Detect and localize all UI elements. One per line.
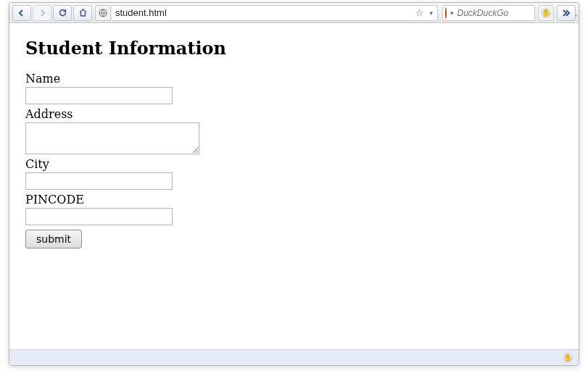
- browser-toolbar: ☆ ▾ ▾ ✋: [9, 3, 579, 23]
- pincode-label: PINCODE: [25, 193, 570, 206]
- name-input[interactable]: [25, 87, 173, 104]
- bookmark-star-icon[interactable]: ☆: [414, 7, 426, 18]
- arrow-right-icon: [38, 9, 46, 17]
- arrow-left-icon: [17, 9, 26, 17]
- url-input[interactable]: [115, 7, 411, 18]
- globe-icon: [99, 9, 107, 17]
- statusbar-addon-icon[interactable]: ✋: [563, 353, 573, 363]
- reload-icon: [58, 8, 67, 17]
- address-textarea[interactable]: [25, 122, 199, 154]
- search-engine-dropdown-icon[interactable]: ▾: [449, 9, 455, 17]
- address-label: Address: [25, 107, 570, 121]
- browser-window: ☆ ▾ ▾ ✋ Student Information Name Address…: [9, 2, 579, 366]
- home-icon: [78, 8, 88, 17]
- page-heading: Student Information: [25, 38, 570, 59]
- city-input[interactable]: [25, 172, 173, 190]
- url-bar[interactable]: ☆ ▾: [112, 5, 438, 21]
- back-button[interactable]: [12, 5, 31, 21]
- chevrons-right-icon: [561, 9, 571, 17]
- submit-button[interactable]: submit: [25, 230, 82, 248]
- reload-button[interactable]: [53, 5, 72, 21]
- name-label: Name: [25, 72, 570, 85]
- forward-button[interactable]: [33, 5, 51, 21]
- home-button[interactable]: [73, 5, 92, 21]
- hand-icon: ✋: [541, 8, 551, 18]
- search-bar[interactable]: ▾: [442, 5, 535, 21]
- city-label: City: [25, 157, 570, 171]
- overflow-button[interactable]: [557, 5, 576, 21]
- status-bar: ✋: [9, 349, 579, 365]
- pincode-input[interactable]: [25, 208, 173, 225]
- page-content: Student Information Name Address City PI…: [9, 23, 579, 349]
- duckduckgo-icon[interactable]: [445, 7, 447, 19]
- addon-button[interactable]: ✋: [538, 5, 554, 21]
- urlbar-dropdown-icon[interactable]: ▾: [428, 9, 434, 17]
- site-identity-button[interactable]: [95, 5, 111, 21]
